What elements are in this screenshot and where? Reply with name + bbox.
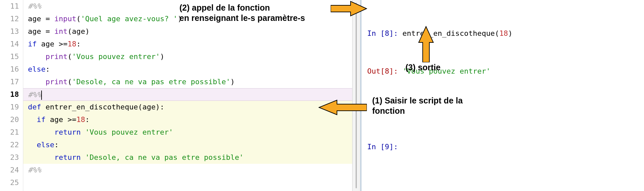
line-number: 17: [0, 76, 19, 88]
code-line[interactable]: [23, 176, 352, 189]
token: (age):: [138, 103, 164, 111]
code-line[interactable]: return 'Vous pouvez entrer': [23, 126, 352, 139]
arrow-right-icon: [331, 1, 367, 17]
code-area[interactable]: #%%age = input('Quel age avez-vous? ')ag…: [23, 0, 352, 191]
line-number: 22: [0, 139, 19, 151]
token: (age): [67, 27, 89, 35]
svg-marker-0: [331, 1, 367, 16]
code-line[interactable]: return 'Desole, ca ne va pas etre possib…: [23, 151, 352, 164]
token: print: [46, 78, 67, 86]
token: [28, 128, 54, 136]
token: return: [54, 153, 85, 161]
token: else: [28, 65, 46, 73]
annotation-text: en renseignant le-s paramètre-s: [179, 13, 336, 23]
code-line[interactable]: if age >=18:: [23, 38, 352, 50]
token: [28, 153, 54, 161]
line-number: 12: [0, 13, 19, 25]
token: age: [28, 27, 46, 35]
token: def: [28, 103, 46, 111]
token: return: [54, 128, 85, 136]
splitter-handle[interactable]: [352, 0, 360, 191]
token: print: [46, 52, 67, 61]
call-name: entrer_en_discotheque(: [402, 29, 499, 37]
token: else: [37, 141, 54, 149]
line-number: 23: [0, 151, 19, 164]
token: ): [160, 52, 164, 61]
token: (: [67, 78, 72, 86]
token: 18: [67, 40, 76, 48]
token: (: [67, 52, 72, 61]
token: (: [76, 15, 81, 23]
token: >=: [67, 115, 76, 124]
code-line[interactable]: else:: [23, 139, 352, 151]
line-number: 18: [0, 88, 19, 101]
line-number: 19: [0, 101, 19, 113]
code-line[interactable]: def entrer_en_discotheque(age):: [23, 101, 352, 113]
token: 'Vous pouvez entrer': [72, 52, 160, 61]
token: if: [28, 40, 41, 48]
annotation-text: (2) appel de la fonction: [179, 3, 336, 13]
line-number: 25: [0, 176, 19, 189]
svg-marker-1: [419, 27, 433, 62]
token: :: [85, 115, 89, 124]
line-number: 15: [0, 50, 19, 63]
annotation-script: (1) Saisir le script de la fonction: [372, 96, 492, 116]
token: #%%: [28, 2, 41, 10]
line-number: 21: [0, 126, 19, 139]
annotation-text: (1) Saisir le script de la: [372, 96, 492, 106]
in-prompt: In [9]:: [367, 143, 402, 151]
token: #%%: [28, 166, 41, 174]
token: if: [37, 115, 50, 124]
line-number: 16: [0, 63, 19, 76]
code-editor[interactable]: 111213141516171819202122232425 #%%age = …: [0, 0, 352, 191]
code-line[interactable]: #%%: [23, 88, 352, 101]
token: >=: [59, 40, 68, 48]
token: :: [54, 141, 58, 149]
console-line-in8: In [8]: entrer_en_discotheque(18): [367, 27, 644, 40]
annotation-output: (3) sortie: [405, 62, 441, 73]
code-line[interactable]: age = int(age): [23, 25, 352, 38]
svg-marker-2: [319, 100, 367, 115]
token: input: [54, 15, 76, 23]
token: 'Desole, ca ne va pas etre possible': [85, 153, 244, 161]
call-close: ): [508, 29, 512, 37]
code-line[interactable]: else:: [23, 63, 352, 76]
in-prompt: In [8]:: [367, 29, 402, 37]
token: int: [54, 27, 67, 35]
text-caret: [41, 91, 42, 100]
annotation-call: (2) appel de la fonction en renseignant …: [179, 3, 336, 24]
token: 18: [76, 115, 85, 124]
token: :: [76, 40, 81, 48]
token: 'Quel age avez-vous? ': [81, 15, 177, 23]
token: age: [41, 40, 59, 48]
token: [28, 78, 46, 86]
token: [28, 52, 46, 61]
token: =: [46, 15, 54, 23]
token: [28, 141, 37, 149]
arrow-left-icon: [318, 99, 367, 115]
token: age: [50, 115, 67, 124]
line-number: 11: [0, 0, 19, 13]
out-prompt: Out[8]:: [367, 67, 402, 75]
token: 'Desole, ca ne va pas etre possible': [72, 78, 230, 86]
call-arg: 18: [499, 29, 508, 37]
code-line[interactable]: print('Desole, ca ne va pas etre possibl…: [23, 76, 352, 88]
token: =: [46, 27, 54, 35]
token: 'Vous pouvez entrer': [85, 128, 173, 136]
annotation-text: (3) sortie: [405, 63, 441, 72]
token: ): [230, 78, 235, 86]
line-number: 13: [0, 25, 19, 38]
token: [28, 115, 37, 124]
arrow-up-icon: [418, 26, 434, 62]
token: #%%: [28, 91, 41, 99]
code-line[interactable]: #%%: [23, 164, 352, 176]
token: :: [46, 65, 50, 73]
code-line[interactable]: print('Vous pouvez entrer'): [23, 50, 352, 63]
console-line-in9: In [9]:: [367, 141, 644, 153]
line-number: 20: [0, 113, 19, 126]
code-line[interactable]: if age >=18:: [23, 113, 352, 126]
token: age: [28, 15, 46, 23]
line-number-gutter: 111213141516171819202122232425: [0, 0, 23, 191]
annotation-text: fonction: [372, 106, 492, 116]
line-number: 24: [0, 164, 19, 176]
